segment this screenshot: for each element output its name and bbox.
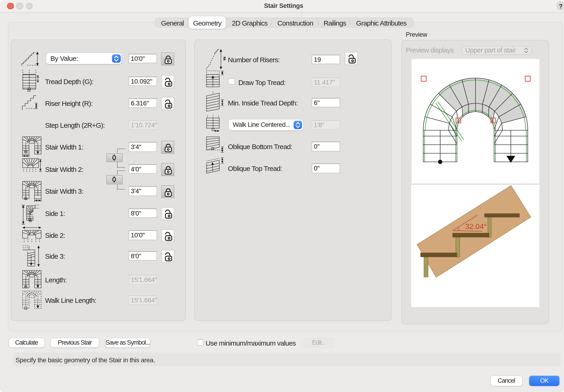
svg-text:32.04°: 32.04° <box>465 222 487 230</box>
